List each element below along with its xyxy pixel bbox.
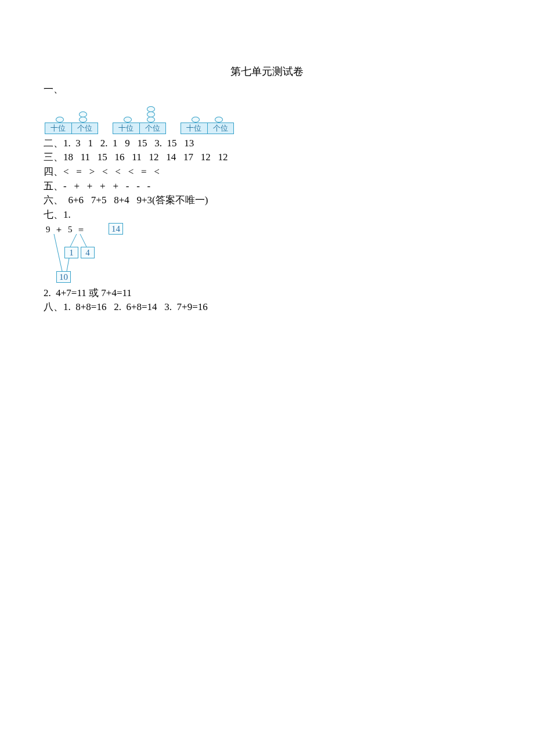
- section-2-line: 二、1. 3 1 2. 1 9 15 3. 15 13: [44, 136, 490, 151]
- section-5-line: 五、- + + + + - - -: [44, 179, 490, 194]
- section-4-line: 四、< = > < < < = <: [44, 165, 490, 179]
- section-1-label: 一、: [44, 82, 490, 97]
- bead-icon: [147, 117, 155, 123]
- section-7-label: 七、1.: [44, 208, 490, 222]
- bead-icon: [192, 117, 200, 123]
- abacus-tens-rod: [184, 117, 207, 123]
- abacus-base: 十位 个位: [45, 123, 98, 134]
- abacus-tens-rod: [48, 117, 71, 123]
- abacus-ones-label: 个位: [208, 123, 234, 134]
- svg-line-1: [80, 234, 86, 247]
- abacus-ones-rod: [207, 117, 230, 123]
- bead-icon: [215, 117, 223, 123]
- section-3-line: 三、18 11 15 16 11 12 14 17 12 12: [44, 150, 490, 165]
- abacus-ones-rod: [139, 107, 163, 123]
- bead-icon: [79, 117, 87, 123]
- abacus-beads: [215, 117, 223, 123]
- bond-split-1-box: 1: [64, 247, 78, 258]
- abacus-ones-label: 个位: [140, 123, 166, 134]
- abacus-rods: [113, 98, 166, 123]
- abacus-beads: [192, 117, 200, 123]
- abacus-beads: [147, 107, 155, 123]
- number-bond-diagram: 9 ＋ 5 ＝ 14 1 4 10: [44, 224, 131, 286]
- abacus-tens-rod: [116, 117, 139, 123]
- section-7-2-line: 2. 4+7=11 或 7+4=11: [44, 286, 490, 301]
- bead-icon: [56, 117, 64, 123]
- abacus-ones-label: 个位: [72, 123, 98, 134]
- abacus-tens-label: 十位: [113, 123, 140, 134]
- abacus-rods: [45, 98, 98, 123]
- page-title: 第七单元测试卷: [44, 64, 490, 79]
- svg-line-0: [70, 234, 77, 247]
- bead-icon: [124, 117, 132, 123]
- abacus-beads: [124, 117, 132, 123]
- abacus-base: 十位 个位: [113, 123, 166, 134]
- abacus-2: 十位 个位: [113, 98, 166, 134]
- section-6-line: 六、 6+6 7+5 8+4 9+3(答案不唯一): [44, 193, 490, 208]
- abacus-row: 十位 个位: [44, 98, 490, 134]
- abacus-3: 十位 个位: [181, 98, 234, 134]
- abacus-tens-label: 十位: [181, 123, 208, 134]
- section-8-line: 八、1. 8+8=16 2. 6+8=14 3. 7+9=16: [44, 300, 490, 315]
- bond-sum-box: 10: [56, 271, 71, 283]
- abacus-rods: [181, 98, 234, 123]
- abacus-1: 十位 个位: [45, 98, 98, 134]
- bond-split-2-box: 4: [81, 247, 95, 258]
- abacus-tens-label: 十位: [45, 123, 72, 134]
- svg-line-3: [67, 258, 69, 271]
- abacus-beads: [56, 117, 64, 123]
- abacus-beads: [79, 112, 87, 123]
- abacus-ones-rod: [71, 112, 95, 123]
- svg-line-2: [54, 234, 62, 271]
- abacus-base: 十位 个位: [181, 123, 234, 134]
- worksheet-page: 第七单元测试卷 一、 十位: [0, 0, 534, 315]
